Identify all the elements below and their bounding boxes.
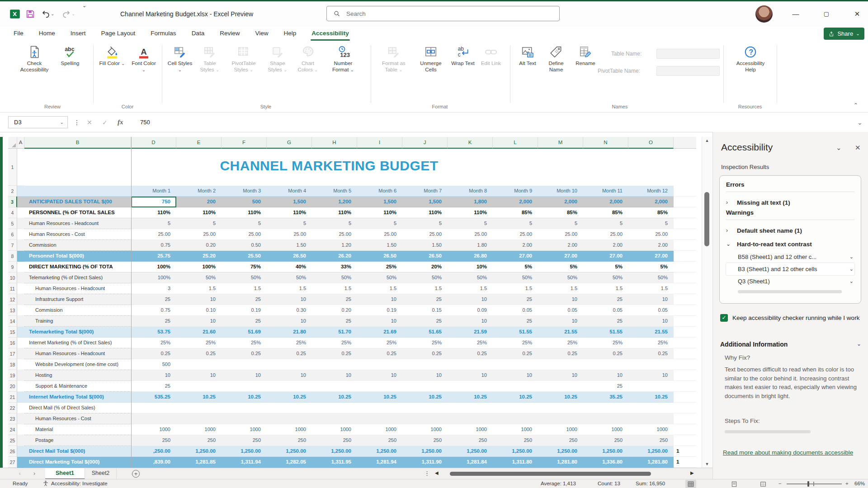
- row-header-5[interactable]: 5: [8, 218, 17, 229]
- cell[interactable]: 110%: [222, 207, 267, 218]
- cell[interactable]: 0.19: [357, 305, 402, 316]
- cell[interactable]: 25: [402, 316, 448, 327]
- unmerge-cells-button[interactable]: Unmerge Cells: [415, 45, 447, 73]
- cell[interactable]: 1.50: [402, 240, 448, 251]
- cell[interactable]: 0.50: [222, 240, 267, 251]
- avatar[interactable]: [755, 5, 773, 23]
- cell[interactable]: 25%: [357, 262, 402, 272]
- cell[interactable]: [17, 381, 24, 392]
- cell[interactable]: 25: [312, 316, 357, 327]
- cell[interactable]: 250: [357, 435, 402, 446]
- contrast-item[interactable]: B58 (Sheet1) and 12 other c...⌄: [726, 251, 854, 263]
- row-header-21[interactable]: 21: [8, 392, 17, 403]
- page-layout-view-icon[interactable]: [729, 480, 740, 488]
- cell[interactable]: 1000: [402, 424, 448, 435]
- column-header-H[interactable]: H: [312, 137, 357, 149]
- warning-item-contrast[interactable]: ⌄ Hard-to-read text contrast: [726, 237, 854, 251]
- cell[interactable]: 2,000: [583, 197, 628, 207]
- cell[interactable]: 10: [628, 294, 674, 305]
- maximize-button[interactable]: ▢: [816, 1, 837, 26]
- cell[interactable]: 25.00: [448, 229, 493, 240]
- cell[interactable]: 26.50: [267, 251, 312, 262]
- cell[interactable]: 1.80: [448, 240, 493, 251]
- cell[interactable]: 53.75: [131, 327, 176, 338]
- collapse-icon[interactable]: ⌄: [726, 241, 731, 247]
- menu-tab-help[interactable]: Help: [283, 26, 296, 42]
- expand-icon[interactable]: ›: [726, 199, 731, 206]
- cell[interactable]: 0.05: [538, 305, 583, 316]
- cell[interactable]: [176, 413, 222, 424]
- cell[interactable]: 2,000: [628, 197, 674, 207]
- cell[interactable]: 1,250.00: [493, 446, 538, 457]
- cell[interactable]: 25: [222, 294, 267, 305]
- cell[interactable]: 1000: [538, 424, 583, 435]
- cell[interactable]: 40%: [267, 262, 312, 272]
- cell[interactable]: 1000: [131, 424, 176, 435]
- cell[interactable]: [583, 403, 628, 413]
- new-sheet-button[interactable]: +: [132, 470, 140, 478]
- cell[interactable]: 0.20: [312, 305, 357, 316]
- cell[interactable]: 1.5: [538, 283, 583, 294]
- menu-tab-formulas[interactable]: Formulas: [151, 26, 176, 42]
- zoom-slider-thumb[interactable]: [807, 481, 809, 487]
- cell[interactable]: [131, 403, 176, 413]
- column-header-K[interactable]: K: [448, 137, 493, 149]
- cell[interactable]: Month 4: [267, 186, 312, 197]
- cell[interactable]: 1.5: [493, 283, 538, 294]
- cell[interactable]: 51.69: [222, 327, 267, 338]
- row-header-22[interactable]: 22: [8, 403, 17, 413]
- sheet-tab-sheet1[interactable]: Sheet1: [45, 468, 85, 479]
- column-header-E[interactable]: E: [176, 137, 222, 149]
- cell[interactable]: 25.00: [538, 229, 583, 240]
- cell[interactable]: 25.00: [493, 229, 538, 240]
- cell[interactable]: [17, 435, 24, 446]
- cell[interactable]: 10: [267, 294, 312, 305]
- cell[interactable]: 10.25: [538, 392, 583, 403]
- cell[interactable]: 1,200: [312, 197, 357, 207]
- row-label[interactable]: Telemarketing (% of Direct Sales): [24, 272, 131, 283]
- cell[interactable]: [17, 272, 24, 283]
- row-label[interactable]: Human Resources - Headcount: [24, 348, 131, 359]
- cell[interactable]: 25.00: [583, 229, 628, 240]
- cell[interactable]: 33%: [312, 262, 357, 272]
- minimize-button[interactable]: —: [785, 1, 806, 26]
- row-header-12[interactable]: 12: [8, 294, 17, 305]
- active-cell-d3[interactable]: 750: [131, 197, 176, 207]
- cell[interactable]: [357, 403, 402, 413]
- cell[interactable]: [267, 381, 312, 392]
- cell-clipped[interactable]: [674, 327, 696, 338]
- cell[interactable]: [17, 186, 24, 197]
- cell-clipped[interactable]: [674, 338, 696, 348]
- name-box-dropdown-icon[interactable]: ⌄: [60, 121, 64, 124]
- cell[interactable]: 0.25: [538, 348, 583, 359]
- warning-item-default-sheet-name[interactable]: › Default sheet name (1): [726, 224, 854, 237]
- cell[interactable]: [17, 370, 24, 381]
- cell[interactable]: 1,250.00: [222, 446, 267, 457]
- cell[interactable]: 25.50: [222, 251, 267, 262]
- contrast-item[interactable]: Q3 (Sheet1)⌄: [726, 275, 854, 287]
- row-header-15[interactable]: 15: [8, 327, 17, 338]
- share-button[interactable]: Share ⌄: [824, 28, 864, 40]
- cell[interactable]: 10.25: [222, 392, 267, 403]
- cell[interactable]: 50%: [222, 272, 267, 283]
- cell[interactable]: Month 6: [357, 186, 402, 197]
- cell[interactable]: 0.05: [493, 305, 538, 316]
- tab-options-icon[interactable]: ⋮: [424, 468, 430, 479]
- chevron-down-icon[interactable]: ⌄: [849, 254, 854, 260]
- cell[interactable]: 1,250.00: [583, 446, 628, 457]
- cell[interactable]: 0.25: [493, 348, 538, 359]
- cell[interactable]: 0.25: [357, 348, 402, 359]
- row-label[interactable]: Human Resources - Cost: [24, 413, 131, 424]
- cell[interactable]: 20%: [402, 262, 448, 272]
- cell[interactable]: 500: [131, 359, 176, 370]
- cell[interactable]: 75%: [222, 262, 267, 272]
- row-label[interactable]: Material: [24, 424, 131, 435]
- cell[interactable]: 25%: [538, 338, 583, 348]
- cell[interactable]: [402, 403, 448, 413]
- error-item-missing-alt-text[interactable]: › Missing alt text (1): [726, 196, 854, 209]
- cell[interactable]: 10: [176, 370, 222, 381]
- cell[interactable]: 250: [538, 435, 583, 446]
- cell[interactable]: 250: [267, 435, 312, 446]
- cell[interactable]: 0.05: [628, 305, 674, 316]
- page-break-preview-icon[interactable]: [758, 480, 769, 488]
